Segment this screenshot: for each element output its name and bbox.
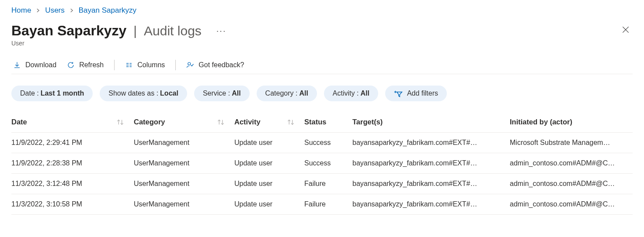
table-cell-status: Success — [304, 133, 352, 153]
breadcrumb-link-current[interactable]: Bayan Saparkyzy — [79, 6, 136, 15]
filter-category-label: Category : — [265, 89, 298, 97]
table-header-category[interactable]: Category — [134, 112, 234, 132]
sort-icon — [287, 119, 295, 126]
filter-date-value: Last 1 month — [41, 89, 84, 97]
table-cell-targets: bayansaparkyzy_fabrikam.com#EXT#… — [352, 153, 510, 173]
filter-date[interactable]: Date : Last 1 month — [11, 86, 93, 101]
table-cell-activity: Update user — [234, 153, 304, 173]
download-button[interactable]: Download — [13, 61, 56, 69]
table-cell-category: UserManagement — [134, 153, 234, 173]
breadcrumb-link-home[interactable]: Home — [11, 6, 31, 15]
columns-button[interactable]: Columns — [125, 61, 165, 69]
refresh-icon — [67, 61, 75, 69]
table-header-status-label: Status — [304, 118, 326, 126]
table-row[interactable]: 11/3/2022, 3:10:58 PMUserManagementUpdat… — [11, 194, 633, 215]
feedback-button[interactable]: Got feedback? — [186, 61, 244, 69]
filter-service-value: All — [232, 89, 240, 97]
table-header-activity-label: Activity — [234, 118, 261, 126]
table-header-status[interactable]: Status — [304, 112, 352, 132]
table-cell-activity: Update user — [234, 194, 304, 214]
download-label: Download — [25, 61, 56, 69]
table-header-date-label: Date — [11, 118, 27, 126]
columns-label: Columns — [137, 61, 165, 69]
filter-activity-value: All — [360, 89, 369, 97]
table-header-targets[interactable]: Target(s) — [352, 112, 510, 132]
download-icon — [13, 61, 21, 69]
table-row[interactable]: 11/3/2022, 3:12:48 PMUserManagementUpdat… — [11, 174, 633, 194]
filter-date-label: Date : — [20, 89, 39, 97]
table-cell-status: Failure — [304, 174, 352, 194]
table-cell-category: UserManagement — [134, 174, 234, 194]
svg-marker-13 — [397, 92, 402, 97]
filter-activity-label: Activity : — [333, 89, 359, 97]
table-cell-targets: bayansaparkyzy_fabrikam.com#EXT#… — [352, 174, 510, 194]
table-cell-initiated-by: Microsoft Substrate Managem… — [510, 133, 633, 153]
close-button[interactable] — [619, 23, 633, 37]
feedback-label: Got feedback? — [198, 61, 244, 69]
table-cell-status: Failure — [304, 194, 352, 214]
add-filters-label: Add filters — [407, 89, 438, 97]
table-cell-date: 11/9/2022, 2:28:38 PM — [11, 153, 134, 173]
table-header-targets-label: Target(s) — [352, 118, 383, 126]
chevron-right-icon — [69, 8, 74, 13]
table-header-initiated-by-label: Initiated by (actor) — [510, 118, 572, 126]
filter-show-dates-value: Local — [160, 89, 178, 97]
breadcrumb-link-users[interactable]: Users — [45, 6, 64, 15]
filter-service[interactable]: Service : All — [194, 86, 250, 101]
table-header-initiated-by[interactable]: Initiated by (actor) — [510, 112, 633, 132]
refresh-label: Refresh — [79, 61, 104, 69]
table-cell-category: UserManagement — [134, 133, 234, 153]
table-cell-category: UserManagement — [134, 194, 234, 214]
sort-icon — [116, 119, 124, 126]
table-cell-date: 11/3/2022, 3:10:58 PM — [11, 194, 134, 214]
table-cell-initiated-by: admin_contoso.com#ADM#@C… — [510, 174, 633, 194]
table-row[interactable]: 11/9/2022, 2:28:38 PMUserManagementUpdat… — [11, 153, 633, 174]
filter-bar: Date : Last 1 month Show dates as : Loca… — [11, 86, 633, 101]
breadcrumb: Home Users Bayan Saparkyzy — [11, 6, 633, 15]
table-cell-date: 11/9/2022, 2:29:41 PM — [11, 133, 134, 153]
table-cell-status: Success — [304, 153, 352, 173]
table-cell-initiated-by: admin_contoso.com#ADM#@C… — [510, 153, 633, 173]
refresh-button[interactable]: Refresh — [67, 61, 104, 69]
title-divider: | — [133, 24, 137, 38]
chevron-right-icon — [35, 8, 41, 13]
page-title-section: Audit logs — [144, 24, 202, 38]
table-cell-activity: Update user — [234, 174, 304, 194]
table-cell-targets: bayansaparkyzy_fabrikam.com#EXT#… — [352, 194, 510, 214]
columns-icon — [125, 61, 133, 69]
add-filter-icon — [394, 89, 403, 97]
feedback-icon — [186, 61, 194, 69]
page-subtitle: User — [11, 40, 226, 47]
page-title-entity: Bayan Saparkyzy — [11, 23, 126, 39]
table-row[interactable]: 11/9/2022, 2:29:41 PMUserManagementUpdat… — [11, 133, 633, 153]
filter-activity[interactable]: Activity : All — [324, 86, 378, 101]
more-actions-button[interactable]: ··· — [216, 26, 226, 36]
close-icon — [621, 25, 630, 34]
command-separator — [114, 60, 115, 70]
table-cell-date: 11/3/2022, 3:12:48 PM — [11, 174, 134, 194]
filter-show-dates-label: Show dates as : — [108, 89, 158, 97]
filter-category[interactable]: Category : All — [257, 86, 317, 101]
filter-show-dates[interactable]: Show dates as : Local — [100, 86, 187, 101]
add-filters-button[interactable]: Add filters — [385, 86, 447, 101]
table-header-row: Date Category Activity Status Target(s) … — [11, 112, 633, 133]
table-cell-targets: bayansaparkyzy_fabrikam.com#EXT#… — [352, 133, 510, 153]
table-header-date[interactable]: Date — [11, 112, 134, 132]
sort-icon — [217, 119, 225, 126]
command-bar: Download Refresh Columns Got feedback? — [11, 56, 633, 74]
table-header-activity[interactable]: Activity — [234, 112, 304, 132]
audit-log-table: Date Category Activity Status Target(s) … — [11, 112, 633, 215]
table-cell-initiated-by: admin_contoso.com#ADM#@C… — [510, 194, 633, 214]
command-separator — [175, 60, 176, 70]
svg-point-10 — [188, 62, 191, 65]
filter-service-label: Service : — [203, 89, 230, 97]
table-cell-activity: Update user — [234, 133, 304, 153]
filter-category-value: All — [299, 89, 308, 97]
table-header-category-label: Category — [134, 118, 165, 126]
